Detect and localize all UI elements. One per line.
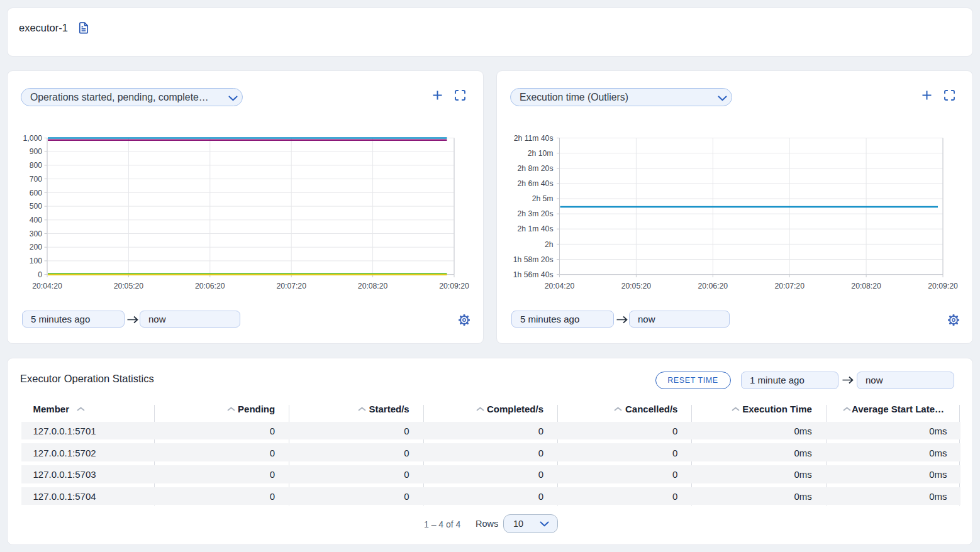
- svg-text:2h 5m: 2h 5m: [532, 194, 554, 203]
- svg-text:300: 300: [30, 229, 43, 238]
- svg-text:2h: 2h: [545, 240, 554, 249]
- svg-text:700: 700: [30, 175, 43, 184]
- svg-text:1,000: 1,000: [23, 134, 43, 143]
- svg-text:0: 0: [38, 270, 42, 279]
- svg-text:2h 11m 40s: 2h 11m 40s: [514, 134, 554, 143]
- svg-text:800: 800: [30, 161, 43, 170]
- svg-text:2h 1m 40s: 2h 1m 40s: [518, 224, 554, 233]
- svg-text:600: 600: [30, 189, 43, 197]
- svg-text:20:07:20: 20:07:20: [276, 282, 306, 290]
- svg-text:1h 58m 20s: 1h 58m 20s: [513, 255, 554, 264]
- svg-text:20:07:20: 20:07:20: [774, 282, 805, 290]
- svg-text:20:09:20: 20:09:20: [439, 282, 469, 290]
- svg-text:20:08:20: 20:08:20: [851, 282, 881, 290]
- svg-text:20:06:20: 20:06:20: [195, 282, 225, 290]
- svg-text:400: 400: [30, 216, 43, 224]
- svg-text:20:04:20: 20:04:20: [32, 282, 62, 290]
- svg-text:20:04:20: 20:04:20: [545, 282, 575, 290]
- svg-text:20:08:20: 20:08:20: [358, 282, 388, 290]
- svg-text:20:05:20: 20:05:20: [621, 282, 652, 290]
- svg-text:200: 200: [30, 243, 43, 251]
- svg-text:100: 100: [30, 257, 43, 265]
- svg-text:20:05:20: 20:05:20: [114, 282, 144, 290]
- svg-text:20:09:20: 20:09:20: [928, 282, 958, 290]
- svg-text:2h 6m 40s: 2h 6m 40s: [518, 179, 554, 188]
- svg-text:500: 500: [30, 202, 43, 211]
- svg-text:1h 56m 40s: 1h 56m 40s: [513, 270, 554, 279]
- svg-text:20:06:20: 20:06:20: [698, 282, 728, 290]
- svg-text:2h 3m 20s: 2h 3m 20s: [518, 209, 554, 218]
- svg-text:2h 10m: 2h 10m: [528, 149, 554, 158]
- svg-text:900: 900: [30, 147, 43, 156]
- svg-text:2h 8m 20s: 2h 8m 20s: [518, 164, 554, 173]
